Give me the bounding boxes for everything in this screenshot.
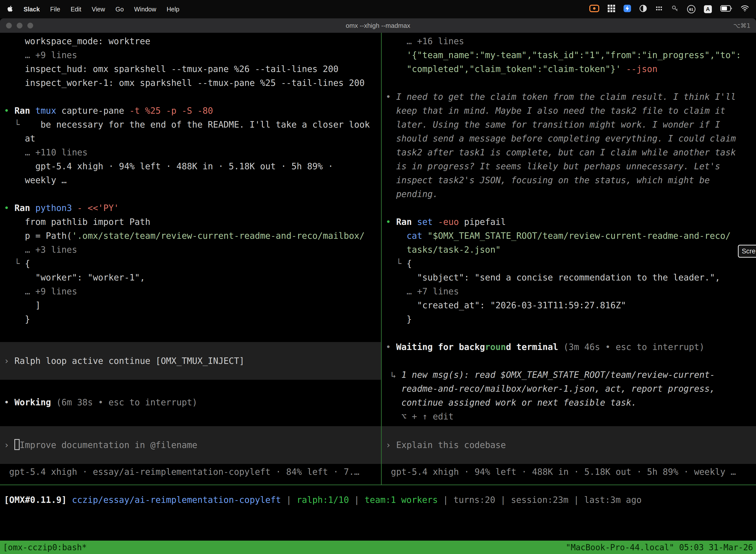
app-menu-slack[interactable]: Slack — [23, 6, 40, 13]
terminal-line: workspace_mode: worktree — [4, 34, 381, 48]
terminal-line: › Improve documentation in @filename — [4, 438, 381, 452]
battery-icon[interactable] — [720, 5, 732, 13]
clipped-tooltip: Scre — [738, 245, 756, 258]
menu-bar-status-icons: 61 A — [589, 5, 749, 14]
terminal-line: } — [4, 312, 381, 326]
screen: Slack FileEditViewGoWindowHelp 61 — [0, 0, 756, 554]
terminal-line: … +9 lines — [4, 284, 381, 298]
window-title-bar[interactable]: omx --xhigh --madmax ⌥⌘1 — [0, 18, 756, 33]
minimize-button[interactable] — [17, 22, 22, 29]
terminal-line: p = Path('.omx/state/team/review-current… — [4, 229, 381, 243]
input-source-label: A — [706, 6, 710, 12]
traffic-lights — [6, 22, 33, 29]
terminal-content: workspace_mode: worktree… +9 linesinspec… — [0, 33, 756, 485]
contrast-circle-icon[interactable] — [639, 5, 647, 14]
terminal-line: task2 after task1 is complete, but can I… — [386, 146, 756, 159]
terminal-line: '{"team_name":"my-team","task_id":"1","f… — [386, 48, 756, 62]
terminal-line: ] — [4, 298, 381, 312]
terminal-line: tasks/task-2.json" — [386, 243, 756, 257]
terminal-line: • Ran tmux capture-pane -t %25 -p -S -80 — [4, 104, 381, 118]
terminal-line: gpt-5.4 xhigh · essay/ai-reimplementatio… — [4, 465, 381, 479]
text-cursor — [14, 439, 19, 450]
apple-icon — [7, 5, 13, 13]
composer-input[interactable]: › Explain this codebase — [382, 426, 756, 464]
window-title: omx --xhigh --madmax — [0, 22, 756, 30]
terminal-line: • Ran set -euo pipefail — [386, 215, 756, 229]
menu-bar-left: Slack FileEditViewGoWindowHelp — [7, 5, 179, 13]
terminal-line: "created_at": "2026-03-31T11:59:27.816Z" — [386, 298, 756, 312]
close-button[interactable] — [6, 22, 12, 29]
terminal-line: gpt-5.4 xhigh · 94% left · 488K in · 5.1… — [4, 159, 381, 173]
tmux-status-bar: [omx-cczip0:bash* "MacBook-Pro-44.local"… — [0, 541, 756, 554]
menu-item-help[interactable]: Help — [167, 6, 179, 13]
session-status-line: gpt-5.4 xhigh · 94% left · 488K in · 5.1… — [386, 465, 756, 479]
terminal-line — [386, 76, 756, 90]
terminal-line: › Ralph loop active continue [OMX_TMUX_I… — [4, 354, 381, 368]
window-shortcut-badge: ⌥⌘1 — [733, 22, 751, 29]
composer-input[interactable]: › Improve documentation in @filename — [0, 426, 381, 464]
tmux-session-label: [omx-cczip0:bash* — [3, 543, 87, 552]
terminal-line: readme-and-reco/mailbox/worker-1.json, a… — [386, 382, 756, 396]
wifi-icon[interactable] — [741, 5, 749, 13]
terminal-line — [4, 90, 381, 104]
terminal-line: ⌥ + ↑ edit — [386, 409, 756, 424]
terminal-line: inspect_hud: omx sparkshell --tmux-pane … — [4, 62, 381, 76]
terminal-pane-left[interactable]: workspace_mode: worktree… +9 linesinspec… — [0, 33, 381, 485]
terminal-line: from pathlib import Path — [4, 215, 381, 229]
terminal-scrollback: … +16 lines'{"team_name":"my-team","task… — [386, 34, 756, 424]
terminal-line: later. Using the same for transition mig… — [386, 118, 756, 131]
grid-icon[interactable] — [608, 5, 615, 14]
key-icon[interactable] — [671, 5, 679, 14]
menu-items: FileEditViewGoWindowHelp — [50, 6, 179, 13]
terminal-line — [4, 187, 381, 201]
terminal-line: • Ran python3 - <<'PY' — [4, 201, 381, 215]
menu-item-view[interactable]: View — [92, 6, 105, 13]
terminal-line: "completed","claim_token":"claim-token"}… — [386, 62, 756, 76]
badge-61-icon[interactable]: 61 — [687, 5, 695, 13]
screen-recording-icon[interactable] — [589, 5, 599, 14]
omx-status-line: [OMX#0.11.9] cczip/essay/ai-reimplementa… — [4, 493, 642, 507]
dots-grid-icon[interactable] — [655, 5, 663, 14]
terminal-line: inspect task2's JSON, focusing on the st… — [386, 173, 756, 187]
terminal-line: weekly … — [4, 173, 381, 187]
terminal-line: "subject": "send a concise recommendatio… — [386, 271, 756, 284]
injected-message[interactable]: › Ralph loop active continue [OMX_TMUX_I… — [0, 342, 381, 380]
terminal-line: └ be necessary for the end of the README… — [4, 118, 381, 131]
terminal-line: … +3 lines — [4, 243, 381, 257]
terminal-line: pending. — [386, 187, 756, 201]
terminal-line: … +9 lines — [4, 48, 381, 62]
tmux-host-clock-label: "MacBook-Pro-44.local" 05:03 31-Mar-26 — [566, 543, 753, 552]
menu-item-edit[interactable]: Edit — [71, 6, 81, 13]
menu-bar: Slack FileEditViewGoWindowHelp 61 — [0, 0, 756, 18]
terminal-line — [386, 201, 756, 215]
working-status: • Working (6m 38s • esc to interrupt) — [4, 395, 381, 409]
terminal-line: } — [386, 312, 756, 326]
terminal-pane-right[interactable]: … +16 lines'{"team_name":"my-team","task… — [382, 33, 756, 485]
terminal-line: "worker": "worker-1", — [4, 271, 381, 284]
terminal-line: … +7 lines — [386, 284, 756, 298]
apple-menu[interactable] — [7, 5, 13, 13]
menu-item-go[interactable]: Go — [115, 6, 124, 13]
blue-app-icon[interactable] — [624, 5, 631, 14]
terminal-scrollback: workspace_mode: worktree… +9 linesinspec… — [4, 34, 381, 326]
terminal-line: └ { — [4, 257, 381, 271]
terminal-line: … +110 lines — [4, 146, 381, 159]
input-source-icon[interactable]: A — [704, 5, 712, 13]
clipped-tooltip-text: Scre — [742, 247, 756, 255]
terminal-line: cat "$OMX_TEAM_STATE_ROOT/team/review-cu… — [386, 229, 756, 243]
menu-item-window[interactable]: Window — [134, 6, 156, 13]
terminal-line: ↳ 1 new msg(s): read $OMX_TEAM_STATE_ROO… — [386, 368, 756, 382]
terminal-line: gpt-5.4 xhigh · 94% left · 488K in · 5.1… — [386, 465, 756, 479]
terminal-line: └ { — [386, 257, 756, 271]
terminal-line: continue assigned work or next feasible … — [386, 396, 756, 409]
terminal-line — [386, 354, 756, 368]
pane-divider-horizontal[interactable] — [0, 485, 756, 485]
badge-61-label: 61 — [689, 7, 693, 11]
terminal-line: keep that in mind. Maybe I also need the… — [386, 104, 756, 118]
zoom-button[interactable] — [27, 22, 33, 29]
terminal-line: • I need to get the claim token from the… — [386, 90, 756, 104]
terminal-line: at — [4, 131, 381, 146]
terminal-line: … +16 lines — [386, 34, 756, 48]
menu-item-file[interactable]: File — [50, 6, 60, 13]
terminal-line: is in progress? It seems likely but perh… — [386, 159, 756, 173]
